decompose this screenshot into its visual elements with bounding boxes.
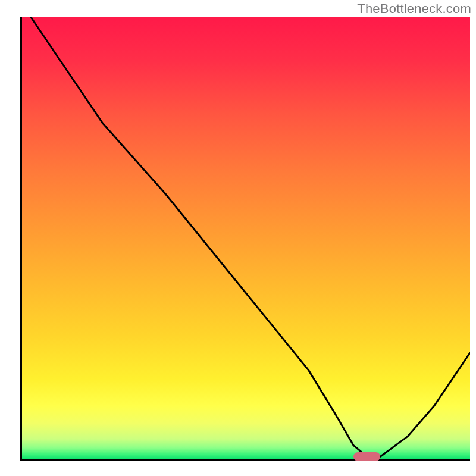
chart-container: TheBottleneck.com	[0, 0, 476, 476]
watermark-text: TheBottleneck.com	[357, 1, 471, 17]
optimal-marker	[353, 452, 380, 461]
bottleneck-curve	[22, 17, 470, 459]
